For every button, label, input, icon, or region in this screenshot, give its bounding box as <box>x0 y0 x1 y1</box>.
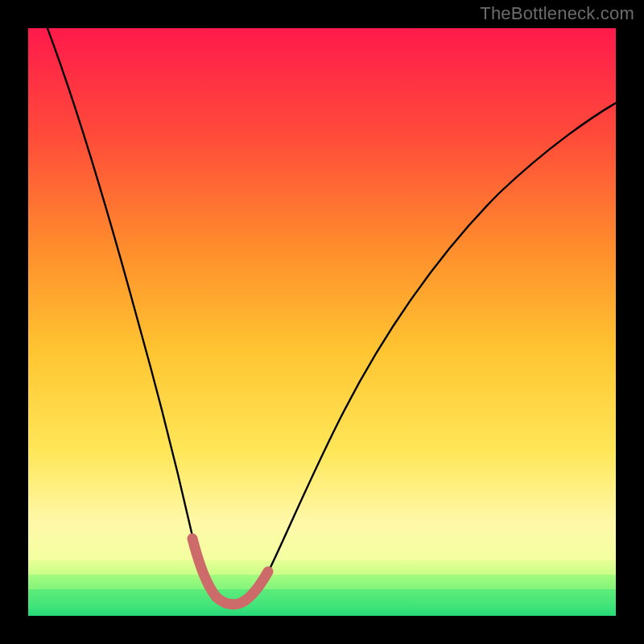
watermark-text: TheBottleneck.com <box>480 3 634 24</box>
chart-frame: TheBottleneck.com <box>0 0 644 644</box>
bottleneck-chart <box>28 28 616 616</box>
gradient-background <box>28 28 616 616</box>
